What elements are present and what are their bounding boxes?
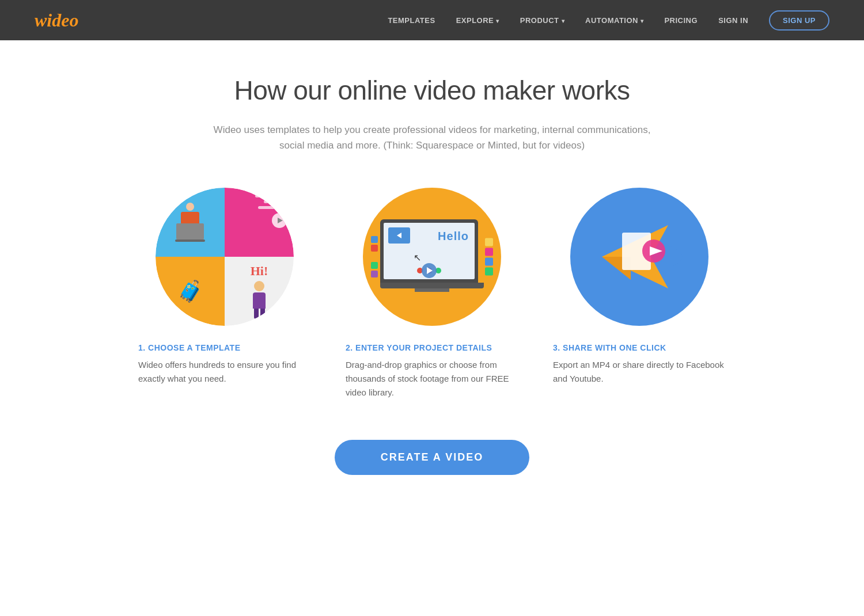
step-1: 🧳 Hi! — [138, 188, 311, 400]
nav-item-explore[interactable]: EXPLORE▾ — [456, 15, 499, 25]
create-video-button[interactable]: CREATE A VIDEO — [335, 440, 529, 475]
hi-text: Hi! — [251, 264, 268, 279]
chevron-down-icon: ▾ — [562, 18, 565, 24]
step-3: 3. SHARE WITH ONE CLICK Export an MP4 or… — [553, 188, 726, 400]
signup-button[interactable]: SIGN UP — [769, 10, 829, 31]
page-subtitle: Wideo uses templates to help you create … — [207, 122, 657, 153]
swatch-blue — [485, 258, 493, 266]
image-placeholder — [388, 227, 410, 244]
nav-link-templates[interactable]: TEMPLATES — [388, 16, 435, 25]
plane-svg — [593, 216, 685, 297]
nav-item-signin[interactable]: SIGN IN — [718, 15, 748, 25]
nav-item-product[interactable]: PRODUCT▾ — [520, 15, 564, 25]
nav-link-signin[interactable]: SIGN IN — [718, 16, 748, 25]
laptop-screen: Hello ↖ — [380, 219, 478, 283]
quad-top-right — [225, 188, 294, 257]
laptop-play-button — [422, 263, 437, 278]
template-grid: 🧳 Hi! — [156, 188, 294, 326]
quad-bottom-left: 🧳 — [156, 257, 225, 326]
chevron-down-icon: ▾ — [496, 18, 499, 24]
laptop-base — [380, 283, 484, 288]
nav-item-signup[interactable]: SIGN UP — [769, 10, 829, 31]
cursor-icon: ↖ — [414, 252, 421, 263]
nav-link-product[interactable]: PRODUCT▾ — [520, 16, 564, 25]
nav-link-explore[interactable]: EXPLORE▾ — [456, 16, 499, 25]
nav-item-pricing[interactable]: PRICING — [664, 15, 698, 25]
swatch-pink — [485, 248, 493, 256]
page-heading: How our online video maker works — [234, 75, 630, 106]
color-palette — [371, 236, 378, 277]
laptop-stand — [415, 288, 449, 292]
main-content: How our online video maker works Wideo u… — [0, 40, 864, 509]
play-triangle — [427, 267, 433, 274]
hello-text: Hello — [438, 230, 469, 243]
step-3-description: Export an MP4 or share directly to Faceb… — [553, 358, 726, 386]
paper-plane — [593, 216, 685, 297]
logo[interactable]: wideo — [35, 10, 78, 31]
step-2-description: Drag-and-drop graphics or choose from th… — [346, 358, 518, 400]
person-figure — [253, 281, 266, 319]
step-2-title: 2. ENTER YOUR PROJECT DETAILS — [346, 343, 492, 352]
nav-item-automation[interactable]: AUTOMATION▾ — [585, 15, 643, 25]
share-illustration — [570, 188, 708, 326]
step-1-title: 1. CHOOSE A TEMPLATE — [138, 343, 241, 352]
nav-link-pricing[interactable]: PRICING — [664, 16, 698, 25]
play-icon — [272, 213, 287, 228]
nav-item-templates[interactable]: TEMPLATES — [388, 15, 435, 25]
swatch-yellow — [485, 238, 493, 246]
step-1-description: Wideo offers hundreds to ensure you find… — [138, 358, 311, 386]
step-2: Hello ↖ — [346, 188, 518, 400]
laptop-mockup: Hello ↖ — [380, 219, 484, 294]
navigation: wideo TEMPLATES EXPLORE▾ PRODUCT▾ AUTOMA… — [0, 0, 864, 40]
step-3-title: 3. SHARE WITH ONE CLICK — [553, 343, 666, 352]
color-swatches — [485, 238, 493, 276]
steps-row: 🧳 Hi! — [46, 188, 818, 400]
step-3-illustration — [570, 188, 708, 326]
suitcase-icon: 🧳 — [177, 279, 203, 303]
swatch-green — [485, 268, 493, 276]
play-triangle — [278, 218, 283, 223]
quad-bottom-right: Hi! — [225, 257, 294, 326]
nav-links: TEMPLATES EXPLORE▾ PRODUCT▾ AUTOMATION▾ … — [388, 10, 829, 31]
step-2-illustration: Hello ↖ — [363, 188, 501, 326]
nav-link-automation[interactable]: AUTOMATION▾ — [585, 16, 643, 25]
step-1-illustration: 🧳 Hi! — [156, 188, 294, 326]
chevron-down-icon: ▾ — [641, 18, 644, 24]
quad-top-left — [156, 188, 225, 257]
